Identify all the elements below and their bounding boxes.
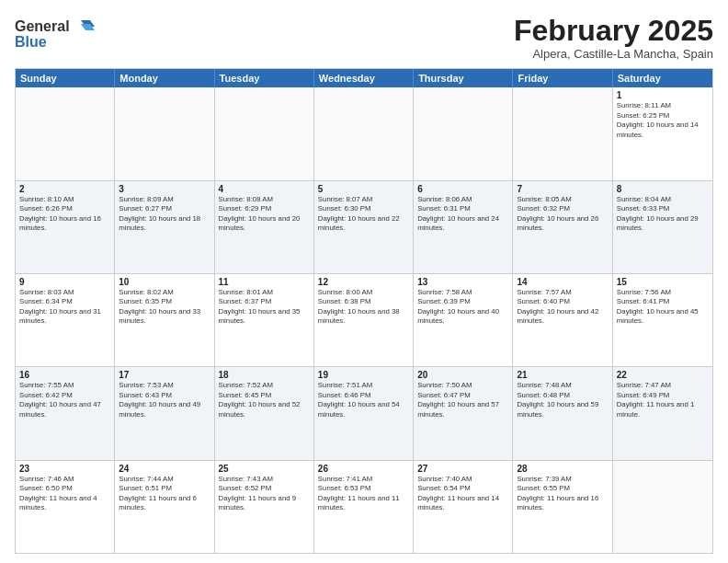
cal-cell-w4-d1: 24Sunrise: 7:44 AMSunset: 6:51 PMDayligh… [115,461,214,553]
cal-cell-w2-d4: 13Sunrise: 7:58 AMSunset: 6:39 PMDayligh… [414,274,513,366]
header: General Blue February 2025 Alpera, Casti… [15,15,713,61]
day-number: 23 [19,464,110,474]
cell-info: Sunrise: 8:04 AMSunset: 6:33 PMDaylight:… [617,195,709,234]
day-number: 12 [318,277,409,287]
cell-info: Sunrise: 7:52 AMSunset: 6:45 PMDaylight:… [219,381,310,419]
cell-info: Sunrise: 7:55 AMSunset: 6:42 PMDaylight:… [19,381,110,419]
header-day-monday: Monday [115,69,214,87]
cell-info: Sunrise: 8:09 AMSunset: 6:27 PMDaylight:… [119,195,210,234]
cal-cell-w2-d6: 15Sunrise: 7:56 AMSunset: 6:41 PMDayligh… [613,274,712,366]
cell-info: Sunrise: 8:07 AMSunset: 6:30 PMDaylight:… [318,195,409,234]
day-number: 26 [318,464,409,474]
cal-cell-w2-d2: 11Sunrise: 8:01 AMSunset: 6:37 PMDayligh… [215,274,314,366]
logo-svg: General Blue [15,15,97,52]
cal-cell-w0-d4 [414,87,513,179]
calendar-header: SundayMondayTuesdayWednesdayThursdayFrid… [16,69,712,87]
day-number: 9 [19,277,110,287]
cell-info: Sunrise: 8:11 AMSunset: 6:25 PMDaylight:… [617,101,709,140]
cal-cell-w3-d2: 18Sunrise: 7:52 AMSunset: 6:45 PMDayligh… [215,367,314,459]
cal-cell-w0-d3 [314,87,414,179]
cal-cell-w1-d2: 4Sunrise: 8:08 AMSunset: 6:29 PMDaylight… [215,181,314,273]
cell-info: Sunrise: 8:00 AMSunset: 6:38 PMDaylight:… [318,288,409,327]
cell-info: Sunrise: 8:02 AMSunset: 6:35 PMDaylight:… [119,288,210,327]
cell-info: Sunrise: 8:05 AMSunset: 6:32 PMDaylight:… [517,195,608,234]
day-number: 22 [617,370,709,380]
day-number: 19 [318,370,409,380]
week-row-4: 23Sunrise: 7:46 AMSunset: 6:50 PMDayligh… [16,461,712,553]
cell-info: Sunrise: 7:56 AMSunset: 6:41 PMDaylight:… [617,288,709,327]
cell-info: Sunrise: 7:46 AMSunset: 6:50 PMDaylight:… [19,475,110,513]
day-number: 16 [19,370,110,380]
day-number: 28 [517,464,608,474]
header-day-tuesday: Tuesday [215,69,314,87]
cal-cell-w0-d5 [513,87,612,179]
svg-text:Blue: Blue [15,34,47,50]
cal-cell-w2-d5: 14Sunrise: 7:57 AMSunset: 6:40 PMDayligh… [513,274,612,366]
cell-info: Sunrise: 7:51 AMSunset: 6:46 PMDaylight:… [318,381,409,419]
month-title: February 2025 [514,15,713,47]
cell-info: Sunrise: 7:48 AMSunset: 6:48 PMDaylight:… [517,381,608,419]
cal-cell-w2-d1: 10Sunrise: 8:02 AMSunset: 6:35 PMDayligh… [115,274,214,366]
header-day-sunday: Sunday [16,69,115,87]
cell-info: Sunrise: 8:08 AMSunset: 6:29 PMDaylight:… [219,195,310,234]
day-number: 17 [119,370,210,380]
cell-info: Sunrise: 7:53 AMSunset: 6:43 PMDaylight:… [119,381,210,419]
cal-cell-w1-d1: 3Sunrise: 8:09 AMSunset: 6:27 PMDaylight… [115,181,214,273]
cal-cell-w1-d4: 6Sunrise: 8:06 AMSunset: 6:31 PMDaylight… [414,181,513,273]
week-row-1: 2Sunrise: 8:10 AMSunset: 6:26 PMDaylight… [16,181,712,274]
day-number: 18 [219,370,310,380]
cell-info: Sunrise: 7:43 AMSunset: 6:52 PMDaylight:… [219,475,310,513]
day-number: 6 [417,184,508,194]
cal-cell-w1-d3: 5Sunrise: 8:07 AMSunset: 6:30 PMDaylight… [314,181,414,273]
cell-info: Sunrise: 7:47 AMSunset: 6:49 PMDaylight:… [617,381,709,419]
cell-info: Sunrise: 7:50 AMSunset: 6:47 PMDaylight:… [417,381,508,419]
cal-cell-w3-d1: 17Sunrise: 7:53 AMSunset: 6:43 PMDayligh… [115,367,214,459]
day-number: 7 [517,184,608,194]
cal-cell-w3-d4: 20Sunrise: 7:50 AMSunset: 6:47 PMDayligh… [414,367,513,459]
day-number: 10 [119,277,210,287]
day-number: 3 [119,184,210,194]
subtitle: Alpera, Castille-La Mancha, Spain [514,47,713,61]
cal-cell-w3-d5: 21Sunrise: 7:48 AMSunset: 6:48 PMDayligh… [513,367,612,459]
day-number: 15 [617,277,709,287]
day-number: 13 [417,277,508,287]
header-day-friday: Friday [513,69,612,87]
cal-cell-w1-d6: 8Sunrise: 8:04 AMSunset: 6:33 PMDaylight… [613,181,712,273]
header-day-wednesday: Wednesday [314,69,414,87]
title-block: February 2025 Alpera, Castille-La Mancha… [514,15,713,61]
cell-info: Sunrise: 7:41 AMSunset: 6:53 PMDaylight:… [318,475,409,513]
cal-cell-w4-d2: 25Sunrise: 7:43 AMSunset: 6:52 PMDayligh… [215,461,314,553]
cal-cell-w0-d2 [215,87,314,179]
week-row-0: 1Sunrise: 8:11 AMSunset: 6:25 PMDaylight… [16,87,712,180]
cal-cell-w0-d6: 1Sunrise: 8:11 AMSunset: 6:25 PMDaylight… [613,87,712,179]
svg-text:General: General [15,18,70,34]
cell-info: Sunrise: 8:06 AMSunset: 6:31 PMDaylight:… [417,195,508,234]
page: General Blue February 2025 Alpera, Casti… [0,0,728,563]
day-number: 1 [617,90,709,100]
cal-cell-w3-d6: 22Sunrise: 7:47 AMSunset: 6:49 PMDayligh… [613,367,712,459]
cal-cell-w4-d4: 27Sunrise: 7:40 AMSunset: 6:54 PMDayligh… [414,461,513,553]
day-number: 24 [119,464,210,474]
cal-cell-w3-d0: 16Sunrise: 7:55 AMSunset: 6:42 PMDayligh… [16,367,115,459]
calendar-body: 1Sunrise: 8:11 AMSunset: 6:25 PMDaylight… [16,87,712,553]
cell-info: Sunrise: 8:03 AMSunset: 6:34 PMDaylight:… [19,288,110,327]
cal-cell-w4-d5: 28Sunrise: 7:39 AMSunset: 6:55 PMDayligh… [513,461,612,553]
header-day-thursday: Thursday [414,69,513,87]
cell-info: Sunrise: 7:57 AMSunset: 6:40 PMDaylight:… [517,288,608,327]
calendar: SundayMondayTuesdayWednesdayThursdayFrid… [15,68,713,554]
cal-cell-w0-d1 [115,87,214,179]
day-number: 14 [517,277,608,287]
cell-info: Sunrise: 8:01 AMSunset: 6:37 PMDaylight:… [219,288,310,327]
cell-info: Sunrise: 7:39 AMSunset: 6:55 PMDaylight:… [517,475,608,513]
cal-cell-w1-d5: 7Sunrise: 8:05 AMSunset: 6:32 PMDaylight… [513,181,612,273]
day-number: 5 [318,184,409,194]
cell-info: Sunrise: 7:44 AMSunset: 6:51 PMDaylight:… [119,475,210,513]
cell-info: Sunrise: 7:58 AMSunset: 6:39 PMDaylight:… [417,288,508,327]
day-number: 21 [517,370,608,380]
header-day-saturday: Saturday [613,69,712,87]
cal-cell-w3-d3: 19Sunrise: 7:51 AMSunset: 6:46 PMDayligh… [314,367,414,459]
day-number: 20 [417,370,508,380]
cell-info: Sunrise: 7:40 AMSunset: 6:54 PMDaylight:… [417,475,508,513]
day-number: 25 [219,464,310,474]
day-number: 2 [19,184,110,194]
